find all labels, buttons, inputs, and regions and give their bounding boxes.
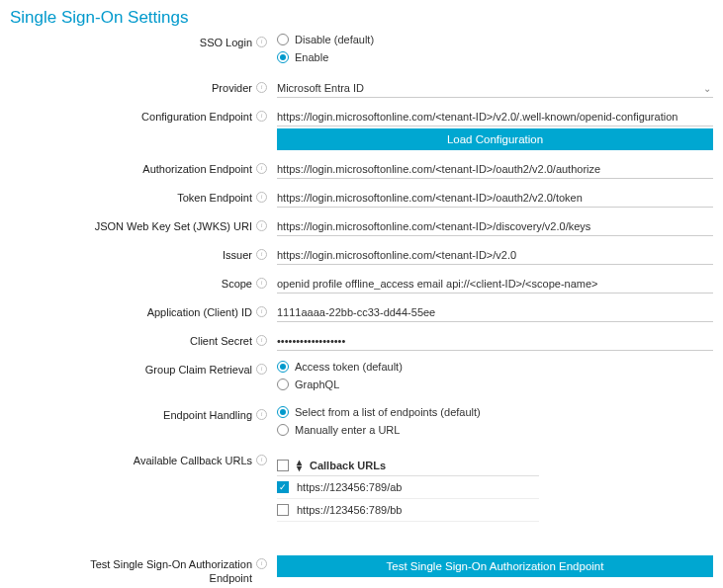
info-icon[interactable]: i (256, 249, 267, 260)
label-config-endpoint: Configuration Endpoint (141, 110, 252, 124)
radio-label-access-token: Access token (default) (295, 361, 403, 373)
load-configuration-button[interactable]: Load Configuration (277, 128, 713, 150)
chevron-down-icon: ⌄ (703, 83, 711, 94)
provider-value: Microsoft Entra ID (277, 82, 364, 94)
label-jwks-uri: JSON Web Key Set (JWKS) URI (95, 219, 252, 233)
radio-sso-enable[interactable] (277, 51, 289, 63)
info-icon[interactable]: i (256, 409, 267, 420)
scope-input[interactable] (277, 275, 713, 294)
label-scope: Scope (222, 277, 252, 291)
label-test-sso: Test Single Sign-On Authorization Endpoi… (84, 557, 252, 586)
info-icon[interactable]: i (256, 335, 267, 346)
info-icon[interactable]: i (256, 37, 267, 47)
label-provider: Provider (212, 81, 252, 95)
radio-group-claim-graphql[interactable] (277, 378, 289, 390)
label-client-secret: Client Secret (190, 334, 252, 348)
radio-label-select-list: Select from a list of endpoints (default… (295, 406, 481, 418)
info-icon[interactable]: i (256, 364, 267, 375)
label-auth-endpoint: Authorization Endpoint (142, 162, 252, 176)
label-endpoint-handling: Endpoint Handling (163, 408, 252, 422)
info-icon[interactable]: i (256, 192, 267, 203)
radio-group-claim-access-token[interactable] (277, 361, 289, 373)
callback-url-1: https://123456:789/bb (297, 504, 402, 516)
info-icon[interactable]: i (256, 82, 267, 93)
info-icon[interactable]: i (256, 558, 267, 569)
info-icon[interactable]: i (256, 111, 267, 122)
client-secret-input[interactable] (277, 332, 713, 351)
radio-label-manual: Manually enter a URL (295, 424, 400, 436)
label-token-endpoint: Token Endpoint (177, 191, 252, 205)
info-icon[interactable]: i (256, 455, 267, 465)
label-group-claim: Group Claim Retrieval (145, 363, 252, 377)
client-id-input[interactable] (277, 303, 713, 322)
callback-urls-table: ▴▾ Callback URLs https://123456:789/ab h… (277, 456, 539, 522)
info-icon[interactable]: i (256, 278, 267, 289)
info-icon[interactable]: i (256, 306, 267, 317)
info-icon[interactable]: i (256, 220, 267, 231)
radio-endpoint-manual[interactable] (277, 424, 289, 436)
callback-urls-header: Callback URLs (310, 460, 386, 471)
checkbox-select-all[interactable] (277, 460, 289, 471)
radio-sso-disable[interactable] (277, 34, 289, 45)
label-issuer: Issuer (223, 248, 252, 262)
label-sso-login: SSO Login (200, 36, 252, 49)
page-title: Single Sign-On Settings (10, 8, 713, 28)
callback-url-0: https://123456:789/ab (297, 481, 402, 493)
issuer-input[interactable] (277, 246, 713, 265)
jwks-uri-input[interactable] (277, 217, 713, 236)
label-available-callback: Available Callback URLs (134, 454, 252, 467)
radio-endpoint-select-list[interactable] (277, 406, 289, 418)
config-endpoint-input[interactable] (277, 108, 713, 126)
provider-select[interactable]: Microsoft Entra ID ⌄ (277, 79, 713, 98)
radio-label-graphql: GraphQL (295, 378, 339, 390)
auth-endpoint-input[interactable] (277, 160, 713, 179)
sort-icon[interactable]: ▴▾ (297, 460, 302, 471)
test-sso-button[interactable]: Test Single Sign-On Authorization Endpoi… (277, 555, 713, 577)
checkbox-url-1[interactable] (277, 504, 289, 516)
radio-label-enable: Enable (295, 51, 328, 63)
table-row: https://123456:789/ab (277, 476, 539, 499)
table-row: https://123456:789/bb (277, 499, 539, 522)
radio-label-disable: Disable (default) (295, 34, 374, 45)
token-endpoint-input[interactable] (277, 189, 713, 208)
label-client-id: Application (Client) ID (147, 305, 252, 319)
checkbox-url-0[interactable] (277, 481, 289, 493)
info-icon[interactable]: i (256, 163, 267, 174)
